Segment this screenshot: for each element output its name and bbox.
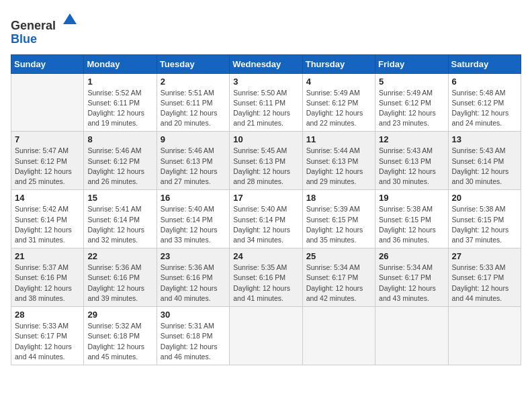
calendar-header-row: SundayMondayTuesdayWednesdayThursdayFrid… [11,54,521,73]
calendar-day-cell: 12Sunrise: 5:43 AMSunset: 6:13 PMDayligh… [375,132,448,190]
calendar-day-cell: 28Sunrise: 5:33 AMSunset: 6:17 PMDayligh… [11,307,84,365]
day-info: Sunrise: 5:39 AMSunset: 6:15 PMDaylight:… [306,204,371,245]
day-info: Sunrise: 5:32 AMSunset: 6:18 PMDaylight:… [87,321,152,362]
day-number: 19 [379,193,444,203]
day-info: Sunrise: 5:42 AMSunset: 6:14 PMDaylight:… [15,204,80,245]
calendar-week-row: 1Sunrise: 5:52 AMSunset: 6:11 PMDaylight… [11,73,521,132]
logo-icon [60,11,79,30]
day-info: Sunrise: 5:44 AMSunset: 6:13 PMDaylight:… [306,146,371,187]
day-number: 25 [306,251,371,261]
day-info: Sunrise: 5:31 AMSunset: 6:18 PMDaylight:… [161,321,226,362]
day-number: 15 [87,193,152,203]
calendar-day-cell: 1Sunrise: 5:52 AMSunset: 6:11 PMDaylight… [84,73,157,132]
day-info: Sunrise: 5:33 AMSunset: 6:17 PMDaylight:… [15,321,80,362]
calendar-day-cell: 2Sunrise: 5:51 AMSunset: 6:11 PMDaylight… [157,73,229,132]
logo-blue: Blue [11,32,37,46]
calendar-day-cell [230,307,302,365]
day-number: 4 [306,77,371,87]
calendar-day-cell: 7Sunrise: 5:47 AMSunset: 6:12 PMDaylight… [11,132,84,190]
weekday-header: Tuesday [157,54,229,73]
day-info: Sunrise: 5:36 AMSunset: 6:16 PMDaylight:… [161,263,226,304]
calendar-week-row: 28Sunrise: 5:33 AMSunset: 6:17 PMDayligh… [11,307,521,365]
calendar-day-cell [448,307,521,365]
weekday-header: Wednesday [230,54,302,73]
calendar-day-cell: 30Sunrise: 5:31 AMSunset: 6:18 PMDayligh… [157,307,229,365]
day-info: Sunrise: 5:46 AMSunset: 6:13 PMDaylight:… [161,146,226,187]
calendar-day-cell: 24Sunrise: 5:35 AMSunset: 6:16 PMDayligh… [230,248,302,307]
calendar-day-cell [11,73,84,132]
calendar-week-row: 21Sunrise: 5:37 AMSunset: 6:16 PMDayligh… [11,248,521,307]
day-info: Sunrise: 5:48 AMSunset: 6:12 PMDaylight:… [452,88,517,129]
day-number: 5 [379,77,444,87]
day-info: Sunrise: 5:45 AMSunset: 6:13 PMDaylight:… [233,146,298,187]
calendar-day-cell: 13Sunrise: 5:43 AMSunset: 6:14 PMDayligh… [448,132,521,190]
day-number: 2 [161,77,226,87]
calendar-day-cell: 18Sunrise: 5:39 AMSunset: 6:15 PMDayligh… [302,190,375,248]
day-info: Sunrise: 5:50 AMSunset: 6:11 PMDaylight:… [233,88,298,129]
calendar-day-cell: 10Sunrise: 5:45 AMSunset: 6:13 PMDayligh… [230,132,302,190]
svg-marker-0 [63,13,77,24]
day-info: Sunrise: 5:41 AMSunset: 6:14 PMDaylight:… [87,204,152,245]
day-number: 18 [306,193,371,203]
day-number: 6 [452,77,517,87]
calendar-day-cell: 23Sunrise: 5:36 AMSunset: 6:16 PMDayligh… [157,248,229,307]
calendar-day-cell: 21Sunrise: 5:37 AMSunset: 6:16 PMDayligh… [11,248,84,307]
calendar-day-cell: 29Sunrise: 5:32 AMSunset: 6:18 PMDayligh… [84,307,157,365]
weekday-header: Saturday [448,54,521,73]
day-info: Sunrise: 5:46 AMSunset: 6:12 PMDaylight:… [87,146,152,187]
day-info: Sunrise: 5:49 AMSunset: 6:12 PMDaylight:… [306,88,371,129]
day-number: 29 [87,310,152,320]
day-info: Sunrise: 5:51 AMSunset: 6:11 PMDaylight:… [161,88,226,129]
logo-general: General [11,19,56,32]
day-info: Sunrise: 5:37 AMSunset: 6:16 PMDaylight:… [15,263,80,304]
day-number: 14 [15,193,80,203]
day-number: 13 [452,134,517,144]
weekday-header: Monday [84,54,157,73]
calendar-day-cell: 9Sunrise: 5:46 AMSunset: 6:13 PMDaylight… [157,132,229,190]
day-info: Sunrise: 5:40 AMSunset: 6:14 PMDaylight:… [161,204,226,245]
day-number: 27 [452,251,517,261]
calendar-day-cell: 5Sunrise: 5:49 AMSunset: 6:12 PMDaylight… [375,73,448,132]
calendar-week-row: 7Sunrise: 5:47 AMSunset: 6:12 PMDaylight… [11,132,521,190]
calendar-day-cell: 14Sunrise: 5:42 AMSunset: 6:14 PMDayligh… [11,190,84,248]
day-number: 10 [233,134,298,144]
day-number: 9 [161,134,226,144]
day-number: 16 [161,193,226,203]
calendar-day-cell: 11Sunrise: 5:44 AMSunset: 6:13 PMDayligh… [302,132,375,190]
calendar-day-cell [302,307,375,365]
calendar-day-cell: 22Sunrise: 5:36 AMSunset: 6:16 PMDayligh… [84,248,157,307]
day-info: Sunrise: 5:36 AMSunset: 6:16 PMDaylight:… [87,263,152,304]
day-info: Sunrise: 5:52 AMSunset: 6:11 PMDaylight:… [87,88,152,129]
logo: General Blue [11,11,79,46]
calendar-day-cell: 27Sunrise: 5:33 AMSunset: 6:17 PMDayligh… [448,248,521,307]
day-info: Sunrise: 5:49 AMSunset: 6:12 PMDaylight:… [379,88,444,129]
day-number: 8 [87,134,152,144]
day-info: Sunrise: 5:43 AMSunset: 6:14 PMDaylight:… [452,146,517,187]
day-info: Sunrise: 5:40 AMSunset: 6:14 PMDaylight:… [233,204,298,245]
day-number: 24 [233,251,298,261]
calendar-day-cell: 25Sunrise: 5:34 AMSunset: 6:17 PMDayligh… [302,248,375,307]
weekday-header: Friday [375,54,448,73]
day-number: 20 [452,193,517,203]
calendar-week-row: 14Sunrise: 5:42 AMSunset: 6:14 PMDayligh… [11,190,521,248]
calendar-day-cell: 16Sunrise: 5:40 AMSunset: 6:14 PMDayligh… [157,190,229,248]
day-info: Sunrise: 5:34 AMSunset: 6:17 PMDaylight:… [306,263,371,304]
day-info: Sunrise: 5:38 AMSunset: 6:15 PMDaylight:… [379,204,444,245]
calendar-day-cell [375,307,448,365]
day-number: 22 [87,251,152,261]
day-info: Sunrise: 5:33 AMSunset: 6:17 PMDaylight:… [452,263,517,304]
calendar-day-cell: 3Sunrise: 5:50 AMSunset: 6:11 PMDaylight… [230,73,302,132]
day-number: 3 [233,77,298,87]
calendar-day-cell: 20Sunrise: 5:38 AMSunset: 6:15 PMDayligh… [448,190,521,248]
day-number: 21 [15,251,80,261]
day-number: 30 [161,310,226,320]
day-info: Sunrise: 5:47 AMSunset: 6:12 PMDaylight:… [15,146,80,187]
calendar-day-cell: 26Sunrise: 5:34 AMSunset: 6:17 PMDayligh… [375,248,448,307]
day-info: Sunrise: 5:43 AMSunset: 6:13 PMDaylight:… [379,146,444,187]
day-number: 7 [15,134,80,144]
weekday-header: Thursday [302,54,375,73]
day-number: 11 [306,134,371,144]
weekday-header: Sunday [11,54,84,73]
day-number: 26 [379,251,444,261]
calendar-table: SundayMondayTuesdayWednesdayThursdayFrid… [11,54,521,365]
